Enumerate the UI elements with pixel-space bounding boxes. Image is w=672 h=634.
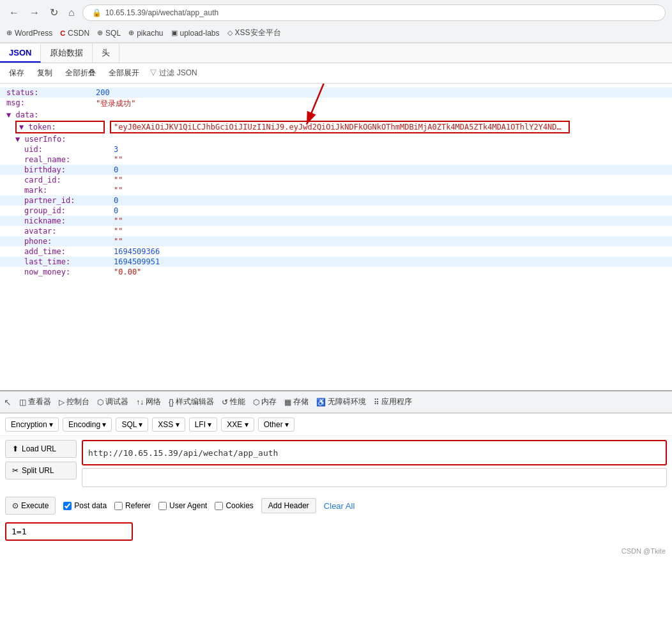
cookies-check[interactable]: Cookies [215, 501, 253, 510]
inspector-label: 查看器 [28, 396, 51, 407]
add-header-button[interactable]: Add Header [261, 498, 316, 513]
clear-all-button[interactable]: Clear All [324, 501, 355, 511]
token-key: ▼ token: [15, 121, 105, 133]
avatar-key: avatar: [24, 227, 114, 236]
bookmark-upload-labs[interactable]: ▣ upload-labs [171, 29, 220, 38]
phone-value: "" [114, 237, 123, 246]
json-row-msg: msg: "登录成功" [0, 98, 672, 110]
mark-value: "" [114, 186, 123, 195]
nav-forward-button[interactable]: → [27, 4, 42, 21]
status-value: 200 [96, 88, 110, 97]
encryption-menu[interactable]: Encryption ▾ [5, 418, 59, 432]
other-menu[interactable]: Other ▾ [258, 418, 294, 432]
bookmark-label: XSS安全平台 [235, 27, 281, 38]
tab-json[interactable]: JSON [0, 44, 41, 63]
encoding-menu[interactable]: Encoding ▾ [63, 418, 112, 432]
filter-json[interactable]: ▽ 过滤 JSON [149, 68, 197, 79]
debugger-icon: ⬡ [97, 398, 103, 407]
collapse-all-button[interactable]: 全部折叠 [63, 66, 98, 80]
address-text: 10.65.15.39/api/wechat/app_auth [105, 8, 218, 17]
referer-check[interactable]: Referer [114, 501, 151, 510]
devtools-cursor-icon[interactable]: ↖ [4, 397, 11, 407]
address-bar[interactable]: 🔒 10.65.15.39/api/wechat/app_auth [82, 4, 666, 21]
real-name-key: real_name: [24, 155, 114, 164]
application-label: 应用程序 [381, 396, 412, 407]
devtool-performance[interactable]: ↺ 性能 [218, 391, 249, 412]
hackbar: Encryption ▾ Encoding ▾ SQL ▾ XSS ▾ LFI … [0, 413, 672, 545]
execute-button[interactable]: ⊙ Execute [5, 497, 56, 515]
token-value: "eyJ0eXAiOiJKV1QiLCJhbGciOiJIUzI1NiJ9.ey… [110, 121, 570, 133]
json-row-partner-id: partner_id: 0 [0, 195, 672, 206]
birthday-key: birthday: [24, 165, 114, 174]
devtool-network[interactable]: ↑↓ 网络 [132, 391, 165, 412]
devtool-application[interactable]: ⠿ 应用程序 [370, 391, 416, 412]
wordpress-icon: ⊕ [6, 29, 12, 37]
json-toolbar: 保存 复制 全部折叠 全部展开 ▽ 过滤 JSON [0, 63, 672, 84]
user-agent-label: User Agent [169, 501, 207, 510]
execute-icon: ⊙ [12, 501, 19, 510]
style-icon: {} [169, 398, 174, 407]
devtool-inspector[interactable]: ◫ 查看器 [15, 391, 55, 412]
network-label: 网络 [146, 396, 161, 407]
devtool-memory[interactable]: ⬡ 内存 [249, 391, 280, 412]
load-url-label: Load URL [22, 444, 56, 453]
memory-icon: ⬡ [253, 398, 259, 407]
sql-menu[interactable]: SQL ▾ [116, 418, 148, 432]
json-row-data: ▼ data: [0, 110, 672, 120]
nickname-key: nickname: [24, 216, 114, 225]
url-textarea[interactable] [82, 468, 667, 487]
post-data-checkbox[interactable] [63, 502, 72, 510]
cookies-checkbox[interactable] [215, 502, 223, 510]
partner-id-value: 0 [114, 196, 118, 205]
xxe-menu[interactable]: XXE ▾ [221, 418, 254, 432]
devtool-debugger[interactable]: ⬡ 调试器 [93, 391, 132, 412]
devtool-console[interactable]: ▷ 控制台 [55, 391, 93, 412]
now-money-value: "0.00" [114, 268, 141, 276]
user-agent-checkbox[interactable] [158, 502, 167, 510]
json-row-birthday: birthday: 0 [0, 165, 672, 175]
post-data-input[interactable] [5, 522, 133, 541]
bookmark-csdn[interactable]: C CSDN [60, 29, 89, 38]
tab-raw[interactable]: 原始数据 [41, 43, 93, 63]
csdn-icon: C [60, 29, 65, 37]
split-url-label: Split URL [22, 466, 54, 475]
console-label: 控制台 [66, 396, 89, 407]
bookmark-label: upload-labs [180, 29, 220, 38]
post-data-label: Post data [74, 501, 107, 510]
devtool-storage[interactable]: ▦ 存储 [280, 391, 312, 412]
devtool-style-editor[interactable]: {} 样式编辑器 [165, 391, 218, 412]
post-data-check[interactable]: Post data [63, 501, 107, 510]
json-tabs: JSON 原始数据 头 [0, 43, 672, 63]
nav-back-button[interactable]: ← [6, 4, 22, 21]
uid-key: uid: [24, 145, 114, 154]
json-row-nickname: nickname: "" [0, 216, 672, 226]
bookmark-wordpress[interactable]: ⊕ WordPress [6, 29, 52, 38]
hackbar-actions: ⬆ Load URL ✂ Split URL [5, 440, 82, 489]
expand-all-button[interactable]: 全部展开 [106, 66, 142, 80]
storage-icon: ▦ [284, 398, 291, 407]
nav-refresh-button[interactable]: ↻ [47, 4, 61, 21]
nav-home-button[interactable]: ⌂ [66, 4, 77, 21]
split-url-button[interactable]: ✂ Split URL [5, 462, 77, 479]
json-row-phone: phone: "" [0, 236, 672, 246]
user-agent-check[interactable]: User Agent [158, 501, 207, 510]
msg-value: "登录成功" [96, 98, 135, 109]
copy-button[interactable]: 复制 [34, 66, 55, 80]
devtool-accessibility[interactable]: ♿ 无障碍环境 [312, 391, 370, 412]
bookmark-label: SQL [105, 29, 121, 38]
load-url-button[interactable]: ⬆ Load URL [5, 440, 77, 458]
last-time-key: last_time: [24, 257, 114, 266]
json-row-last-time: last_time: 1694509951 [0, 257, 672, 267]
xss-menu[interactable]: XSS ▾ [152, 418, 185, 432]
json-content: status: 200 msg: "登录成功" ▼ data: ▼ token:… [0, 84, 672, 390]
referer-checkbox[interactable] [114, 502, 123, 510]
storage-label: 存储 [293, 396, 309, 407]
lfi-menu[interactable]: LFI ▾ [189, 418, 218, 432]
url-input[interactable] [82, 440, 667, 465]
bookmark-sql[interactable]: ⊕ SQL [97, 29, 121, 38]
save-button[interactable]: 保存 [6, 66, 27, 80]
performance-label: 性能 [230, 396, 245, 407]
bookmark-xss[interactable]: ◇ XSS安全平台 [227, 27, 281, 38]
bookmark-pikachu[interactable]: ⊕ pikachu [128, 29, 163, 38]
tab-headers[interactable]: 头 [93, 43, 119, 63]
